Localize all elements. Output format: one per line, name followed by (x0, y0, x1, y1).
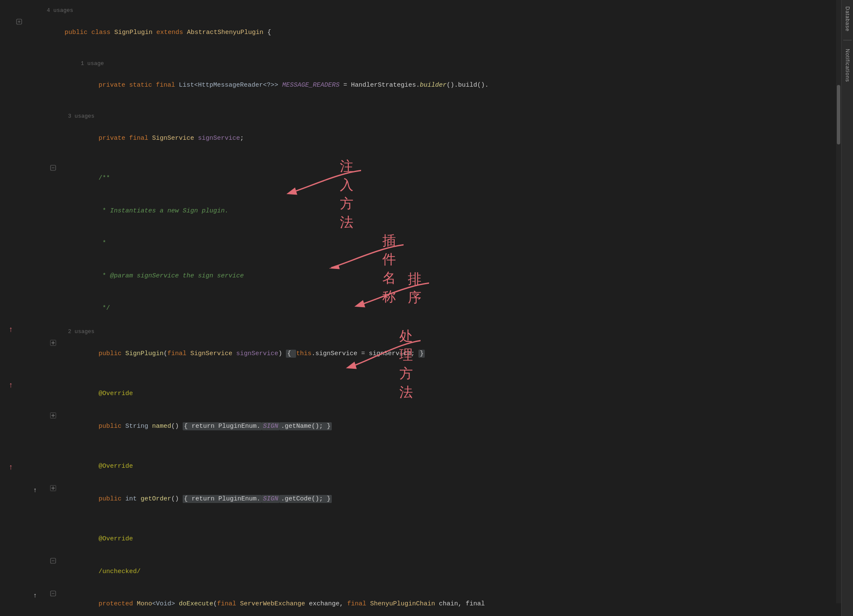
left-arrow-2: ↑ (8, 381, 13, 390)
unchecked-line: /unchecked/ (34, 555, 840, 588)
sidebar-divider-1 (843, 40, 852, 40)
usage-count-3: 3 usages (34, 112, 94, 121)
code-javadoc-param: * @param signService the sign service (34, 260, 836, 292)
right-sidebar: Database Notifications (841, 0, 853, 616)
scrollbar-track (836, 0, 841, 603)
meta-info-1usage: 1 usage (34, 57, 840, 69)
sign-service-field-line: private final SignService signService; (34, 122, 840, 155)
override-annotation-2: @Override (34, 450, 840, 483)
code-getorder-method: public int getOrder() { return PluginEnu… (34, 483, 836, 515)
message-readers-line: private static final List<HttpMessageRea… (34, 69, 840, 102)
meta-info-3usages: 3 usages (34, 109, 840, 122)
scrollbar-thumb[interactable] (837, 85, 840, 144)
usage-count-1: 1 usage (47, 59, 104, 68)
plus-icon-constructor[interactable] (50, 339, 56, 350)
javadoc-open-line: /** (34, 162, 840, 195)
arrow-up-icon-2: ↑ (33, 591, 37, 602)
usage-count-4: 4 usages (47, 6, 73, 15)
code-javadoc-open: /** (34, 162, 836, 195)
javadoc-param-line: * @param signService the sign service (34, 260, 840, 292)
fold-icon-class[interactable] (16, 18, 22, 29)
annotation-handle-arrow (336, 336, 421, 374)
sidebar-tab-database[interactable]: Database (842, 0, 853, 38)
named-method-line: public String named() { return PluginEnu… (34, 410, 840, 443)
javadoc-line1: * Instantiates a new Sign plugin. (34, 195, 840, 227)
doexecute-method-line: ↑ protected Mono<Void> doExecute(final S… (34, 588, 840, 616)
code-sign-service: private final SignService signService; (34, 122, 836, 155)
usage-count-2: 2 usages (34, 327, 94, 336)
javadoc-close-line: */ (34, 292, 840, 325)
arrow-up-icon-1: ↑ (33, 485, 37, 496)
fold-icon-unchecked[interactable] (50, 557, 56, 568)
code-javadoc-close: */ (34, 292, 836, 325)
override-annotation-3: @Override (34, 523, 840, 556)
annotation-inject-arrow (276, 166, 361, 200)
plus-icon-getorder[interactable] (50, 484, 56, 495)
code-constructor: public SignPlugin(final SignService sign… (34, 337, 836, 370)
class-declaration-line: public class SignPlugin extends Abstract… (34, 16, 840, 49)
sidebar-tab-notifications[interactable]: Notifications (842, 42, 853, 88)
override-annotation-1: @Override (34, 378, 840, 410)
fold-icon-javadoc[interactable] (50, 164, 56, 175)
code-doexecute: protected Mono<Void> doExecute(final Ser… (34, 588, 836, 616)
getorder-method-line: ↑ public int getOrder() { return PluginE… (34, 483, 840, 515)
meta-info-2usages: 2 usages (34, 325, 840, 337)
code-override-3: @Override (34, 523, 836, 556)
code-named-method: public String named() { return PluginEnu… (34, 410, 836, 443)
javadoc-line2: * (34, 227, 840, 260)
code-override-1: @Override (34, 378, 836, 410)
fold-icon-doexecute[interactable] (50, 590, 56, 601)
code-unchecked: /unchecked/ (34, 555, 836, 588)
code-override-2: @Override (34, 450, 836, 483)
annotation-plugin-arrow (319, 240, 404, 274)
left-arrow-3: ↑ (8, 463, 13, 472)
code-javadoc-2: * (34, 227, 836, 260)
left-arrow-1: ↑ (8, 325, 13, 334)
code-message-readers: private static final List<HttpMessageRea… (34, 69, 836, 102)
plus-icon-named[interactable] (50, 412, 56, 423)
editor-container: 4 usages public class SignPlugin extends… (0, 0, 853, 616)
code-javadoc-1: * Instantiates a new Sign plugin. (34, 195, 836, 227)
code-line-class: public class SignPlugin extends Abstract… (34, 16, 836, 49)
constructor-line: public SignPlugin(final SignService sign… (34, 337, 840, 370)
annotation-sort-arrow (344, 278, 429, 312)
meta-info-usages: 4 usages (34, 3, 840, 16)
